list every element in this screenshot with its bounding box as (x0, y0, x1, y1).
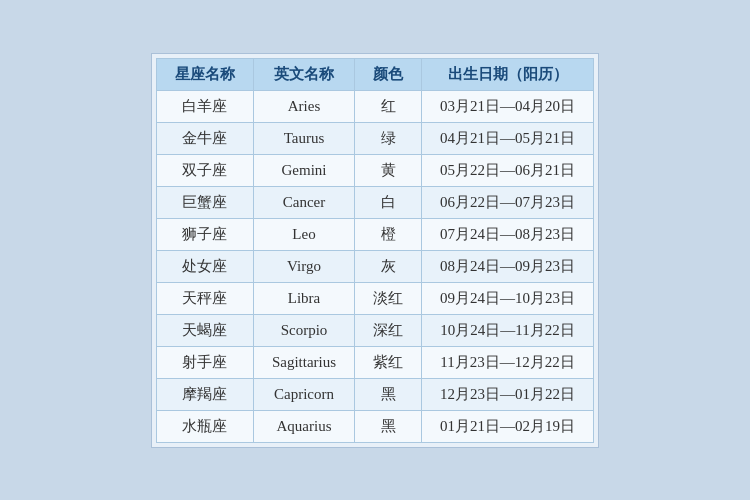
cell-date: 03月21日—04月20日 (422, 90, 594, 122)
table-row: 摩羯座Capricorn黑12月23日—01月22日 (156, 378, 593, 410)
table-row: 金牛座Taurus绿04月21日—05月21日 (156, 122, 593, 154)
header-color: 颜色 (355, 58, 422, 90)
cell-chinese-name: 天秤座 (156, 282, 253, 314)
table-header-row: 星座名称 英文名称 颜色 出生日期（阳历） (156, 58, 593, 90)
table-row: 巨蟹座Cancer白06月22日—07月23日 (156, 186, 593, 218)
cell-chinese-name: 金牛座 (156, 122, 253, 154)
cell-english-name: Cancer (253, 186, 354, 218)
table-row: 白羊座Aries红03月21日—04月20日 (156, 90, 593, 122)
table-row: 水瓶座Aquarius黑01月21日—02月19日 (156, 410, 593, 442)
cell-chinese-name: 狮子座 (156, 218, 253, 250)
cell-color: 白 (355, 186, 422, 218)
header-english-name: 英文名称 (253, 58, 354, 90)
cell-chinese-name: 摩羯座 (156, 378, 253, 410)
table-row: 天蝎座Scorpio深红10月24日—11月22日 (156, 314, 593, 346)
cell-color: 红 (355, 90, 422, 122)
cell-english-name: Capricorn (253, 378, 354, 410)
cell-color: 橙 (355, 218, 422, 250)
cell-color: 绿 (355, 122, 422, 154)
cell-date: 06月22日—07月23日 (422, 186, 594, 218)
cell-color: 淡红 (355, 282, 422, 314)
cell-chinese-name: 天蝎座 (156, 314, 253, 346)
cell-chinese-name: 水瓶座 (156, 410, 253, 442)
cell-date: 12月23日—01月22日 (422, 378, 594, 410)
cell-color: 紫红 (355, 346, 422, 378)
cell-english-name: Aquarius (253, 410, 354, 442)
cell-english-name: Gemini (253, 154, 354, 186)
zodiac-table: 星座名称 英文名称 颜色 出生日期（阳历） 白羊座Aries红03月21日—04… (156, 58, 594, 443)
cell-date: 07月24日—08月23日 (422, 218, 594, 250)
cell-date: 05月22日—06月21日 (422, 154, 594, 186)
cell-english-name: Taurus (253, 122, 354, 154)
table-row: 狮子座Leo橙07月24日—08月23日 (156, 218, 593, 250)
table-row: 天秤座Libra淡红09月24日—10月23日 (156, 282, 593, 314)
header-chinese-name: 星座名称 (156, 58, 253, 90)
table-row: 射手座Sagittarius紫红11月23日—12月22日 (156, 346, 593, 378)
cell-english-name: Virgo (253, 250, 354, 282)
header-date: 出生日期（阳历） (422, 58, 594, 90)
cell-english-name: Sagittarius (253, 346, 354, 378)
cell-date: 11月23日—12月22日 (422, 346, 594, 378)
cell-color: 黑 (355, 378, 422, 410)
cell-chinese-name: 双子座 (156, 154, 253, 186)
cell-chinese-name: 处女座 (156, 250, 253, 282)
cell-english-name: Scorpio (253, 314, 354, 346)
cell-date: 01月21日—02月19日 (422, 410, 594, 442)
cell-chinese-name: 巨蟹座 (156, 186, 253, 218)
cell-color: 深红 (355, 314, 422, 346)
cell-date: 04月21日—05月21日 (422, 122, 594, 154)
table-row: 处女座Virgo灰08月24日—09月23日 (156, 250, 593, 282)
cell-color: 黄 (355, 154, 422, 186)
table-row: 双子座Gemini黄05月22日—06月21日 (156, 154, 593, 186)
cell-color: 黑 (355, 410, 422, 442)
cell-chinese-name: 射手座 (156, 346, 253, 378)
zodiac-table-container: 星座名称 英文名称 颜色 出生日期（阳历） 白羊座Aries红03月21日—04… (151, 53, 599, 448)
table-body: 白羊座Aries红03月21日—04月20日金牛座Taurus绿04月21日—0… (156, 90, 593, 442)
cell-color: 灰 (355, 250, 422, 282)
cell-date: 08月24日—09月23日 (422, 250, 594, 282)
cell-english-name: Libra (253, 282, 354, 314)
cell-english-name: Aries (253, 90, 354, 122)
cell-date: 10月24日—11月22日 (422, 314, 594, 346)
cell-chinese-name: 白羊座 (156, 90, 253, 122)
cell-english-name: Leo (253, 218, 354, 250)
cell-date: 09月24日—10月23日 (422, 282, 594, 314)
